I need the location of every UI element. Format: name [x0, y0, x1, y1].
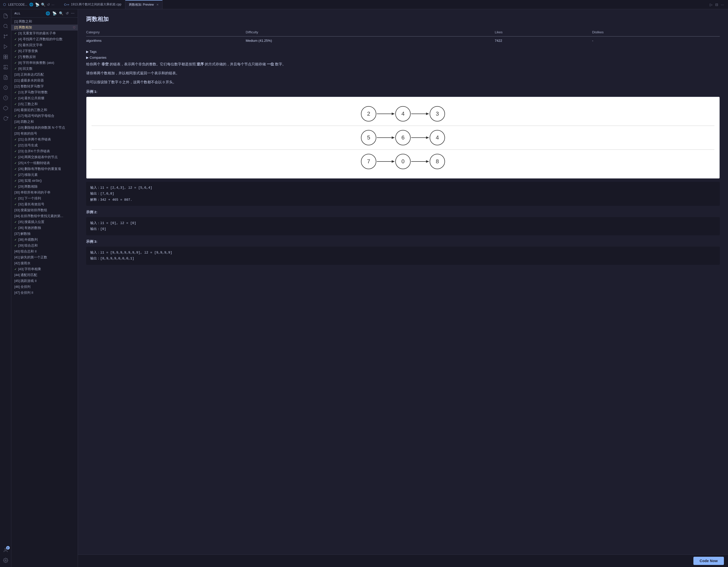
activity-source-control[interactable] [1, 32, 10, 41]
item-45-label: [45] 跳跃游戏 II [14, 279, 37, 283]
sidebar-item-21[interactable]: ✓ [21] 合并两个有序链表 [11, 137, 78, 143]
sidebar-item-10[interactable]: [10] 正则表达式匹配 [11, 72, 78, 78]
cell-likes: 7422 [495, 36, 592, 45]
companies-toggle[interactable]: ▶ Companies [86, 56, 720, 59]
sidebar-item-3[interactable]: ✓ [3] 无重复字符的最长子串 [11, 31, 78, 36]
sidebar-item-44[interactable]: [44] 通配符匹配 [11, 272, 78, 278]
tags-toggle[interactable]: ▶ Tags [86, 50, 720, 54]
col-difficulty: Difficulty [246, 28, 495, 36]
check-icon-31: ✓ [14, 197, 17, 200]
sidebar-item-42[interactable]: [42] 接雨水 [11, 260, 78, 266]
sidebar-item-47[interactable]: [47] 全排列 II [11, 290, 78, 296]
sidebar-search-icon[interactable]: 🔍 [59, 11, 64, 15]
activity-account[interactable]: 2 [1, 545, 10, 555]
globe-icon[interactable]: 🌐 [29, 2, 34, 7]
sidebar-item-11[interactable]: [11] 盛最多水的容器 [11, 78, 78, 84]
sidebar-item-22[interactable]: ✓ [22] 括号生成 [11, 143, 78, 148]
diagram-row-2: 5 6 4 [92, 126, 714, 149]
sidebar-item-1[interactable]: [1] 两数之和 [11, 19, 78, 25]
node-3-1: 7 [361, 154, 376, 169]
sidebar-item-41[interactable]: [41] 缺失的第一个正数 [11, 255, 78, 260]
sidebar-refresh-icon[interactable]: ↺ [66, 11, 69, 15]
sidebar-item-8[interactable]: ✓ [8] 字符串转换整数 (atoi) [11, 60, 78, 66]
activity-hex[interactable] [1, 104, 10, 113]
sidebar-item-26[interactable]: ✓ [26] 删除有序数组中的重复项 [11, 166, 78, 172]
sidebar-item-19[interactable]: ✓ [19] 删除链表的倒数第 N 个节点 [11, 125, 78, 131]
tab-close-icon[interactable]: ✕ [156, 3, 159, 6]
sidebar-item-40[interactable]: [40] 组合总和 II [11, 249, 78, 255]
sidebar-item-46[interactable]: [46] 全排列 [11, 284, 78, 290]
activity-files[interactable] [1, 11, 10, 21]
code-now-button[interactable]: Code Now [693, 557, 724, 565]
sidebar-item-7[interactable]: ✓ [7] 整数反转 [11, 54, 78, 60]
broadcast-icon[interactable]: 📡 [35, 3, 39, 7]
sidebar-item-37[interactable]: [37] 解数独 [11, 231, 78, 237]
sidebar-item-6[interactable]: ✓ [6] Z字形变换 [11, 48, 78, 54]
sidebar-item-17[interactable]: ✓ [17] 电话号码的字母组合 [11, 113, 78, 119]
activity-problems[interactable] [1, 73, 10, 82]
activity-history[interactable] [1, 93, 10, 103]
activity-leetcode[interactable] [1, 63, 10, 72]
check-icon-29: ✓ [14, 185, 17, 188]
sidebar-item-9[interactable]: ✓ [9] 回文数 [11, 66, 78, 72]
example-3-title: 示例 3: [86, 239, 720, 244]
activity-run[interactable] [1, 42, 10, 51]
activity-solutions[interactable] [1, 83, 10, 92]
run-icon[interactable]: ▷ [710, 3, 713, 7]
search-icon[interactable]: 🔍 [41, 3, 45, 7]
item-46-label: [46] 全排列 [14, 285, 31, 289]
check-icon-4: ✓ [14, 38, 17, 41]
sidebar-item-45[interactable]: [45] 跳跃游戏 II [11, 278, 78, 284]
sidebar-item-27[interactable]: ✓ [27] 移除元素 [11, 172, 78, 178]
sidebar-item-34[interactable]: [34] 在排序数组中查找元素的第... [11, 213, 78, 219]
more-actions-icon[interactable]: ··· [721, 3, 724, 7]
sidebar-item-28[interactable]: ✓ [28] 实现 strStr() [11, 178, 78, 184]
check-icon-26: ✓ [14, 167, 17, 171]
sidebar-item-31[interactable]: ✓ [31] 下一个排列 [11, 196, 78, 201]
tab-cpp[interactable]: C++ 1913.两个数对之间的最大乘积差.cpp [60, 0, 125, 9]
node-2-1: 5 [361, 130, 376, 145]
split-icon[interactable]: ⊟ [715, 3, 718, 7]
activity-refresh[interactable] [1, 114, 10, 123]
sidebar-item-32[interactable]: ✓ [32] 最长有效括号 [11, 201, 78, 207]
activity-search[interactable] [1, 22, 10, 31]
sidebar-item-15[interactable]: ✓ [15] 三数之和 [11, 101, 78, 107]
sidebar-item-33[interactable]: [33] 搜索旋转排序数组 [11, 207, 78, 213]
cell-dislikes: - [592, 36, 720, 45]
sidebar-item-20[interactable]: [20] 有效的括号 [11, 131, 78, 137]
sidebar-item-39[interactable]: ✓ [39] 组合总和 [11, 243, 78, 249]
item-21-label: [21] 合并两个有序链表 [18, 137, 51, 142]
diagram-container: 2 4 3 [86, 97, 720, 179]
activity-extensions[interactable] [1, 52, 10, 62]
sidebar-item-12[interactable]: [12] 整数转罗马数字 [11, 84, 78, 89]
more-icon[interactable]: ··· [52, 3, 55, 7]
table-row: algorithms Medium (41.25%) 7422 - [86, 36, 720, 45]
item-28-label: [28] 实现 strStr() [18, 179, 42, 183]
tab-preview[interactable]: 两数相加: Preview ✕ [125, 0, 163, 9]
sidebar-item-30[interactable]: [30] 串联所有单词的子串 [11, 190, 78, 196]
sidebar-item-14[interactable]: ✓ [14] 最长公共前缀 [11, 95, 78, 101]
sidebar-item-18[interactable]: [18] 四数之和 [11, 119, 78, 125]
sidebar-item-16[interactable]: [16] 最接近的三数之和 [11, 107, 78, 113]
sidebar-item-29[interactable]: ✓ [29] 两数相除 [11, 184, 78, 190]
sidebar-item-24[interactable]: ✓ [24] 两两交换链表中的节点 [11, 154, 78, 160]
sidebar-item-23[interactable]: ✓ [23] 合并K个升序链表 [11, 148, 78, 154]
sidebar-item-25[interactable]: ✓ [25] K个一组翻转链表 [11, 160, 78, 166]
check-icon-15: ✓ [14, 103, 17, 106]
sidebar-item-13[interactable]: ✓ [13] 罗马数字转整数 [11, 89, 78, 95]
sidebar-item-35[interactable]: ✓ [35] 搜索插入位置 [11, 219, 78, 225]
sidebar-item-2[interactable]: [2] 两数相加 ♡ [11, 25, 78, 31]
activity-settings[interactable] [1, 556, 10, 565]
item-1-label: [1] 两数之和 [14, 19, 32, 24]
sidebar-more-icon[interactable]: ··· [71, 11, 75, 15]
sidebar-globe-icon[interactable]: 🌐 [46, 11, 50, 15]
item-44-label: [44] 通配符匹配 [14, 273, 37, 277]
sidebar-item-38[interactable]: ✓ [38] 外观数列 [11, 237, 78, 243]
refresh-icon[interactable]: ↺ [47, 3, 50, 7]
sidebar-item-5[interactable]: ✓ [5] 最长回文字串 [11, 42, 78, 48]
svg-marker-28 [426, 160, 429, 163]
sidebar-item-36[interactable]: ✓ [36] 有效的数独 [11, 225, 78, 231]
sidebar-item-43[interactable]: ✓ [43] 字符串相乘 [11, 266, 78, 272]
sidebar-broadcast-icon[interactable]: 📡 [52, 11, 57, 15]
sidebar-item-4[interactable]: ✓ [4] 寻找两个正序数组的中位数 [11, 36, 78, 42]
